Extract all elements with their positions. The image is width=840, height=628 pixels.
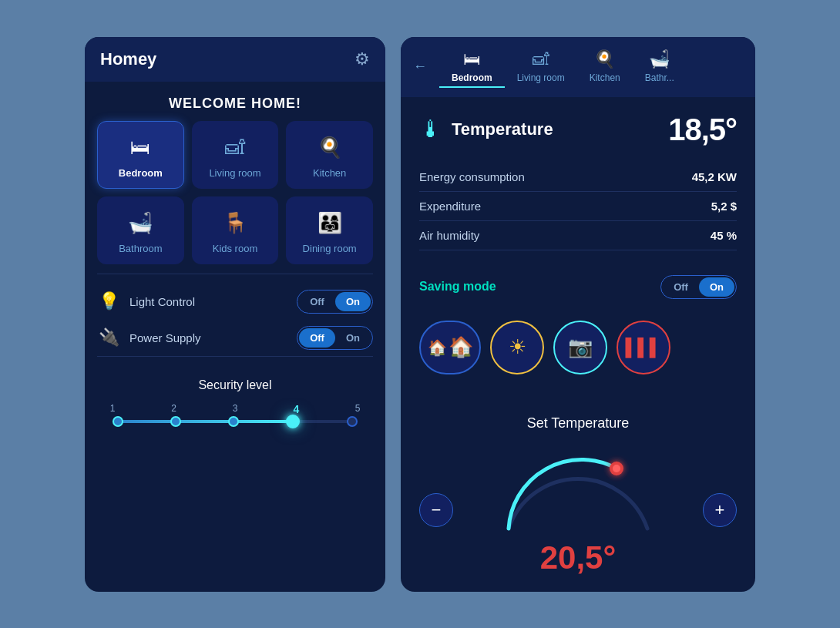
device-icons-row: 🏠 🏠 ☀ 📷 ▌▌▌ — [419, 321, 737, 374]
temp-arc-area: 20,5° — [493, 444, 663, 576]
security-slider[interactable]: 1 2 3 4 5 — [97, 403, 373, 423]
room-card-bathroom[interactable]: 🛁 Bathroom — [97, 196, 184, 264]
light-device-button[interactable]: ☀ — [490, 321, 544, 374]
thermometer-icon: 🌡 — [419, 116, 442, 143]
divider-security — [97, 356, 373, 357]
light-bulb-icon: 💡 — [97, 291, 120, 311]
light-toggle[interactable]: Off On — [297, 290, 373, 314]
stat-energy: Energy consumption 45,2 KW — [419, 163, 737, 192]
level-5-label: 5 — [350, 403, 365, 415]
power-off-option[interactable]: Off — [299, 328, 335, 348]
welcome-section: WELCOME HOME! — [85, 82, 385, 121]
camera-icon: 📷 — [568, 335, 593, 359]
tab-kitchen-icon: 🍳 — [594, 49, 615, 69]
heater-icon: ▌▌▌ — [626, 338, 662, 358]
room-grid: 🛏 Bedroom 🛋 Living room 🍳 Kitchen 🛁 Bath… — [85, 121, 385, 274]
temp-control-row: − — [419, 444, 737, 576]
dot-4 — [286, 415, 300, 428]
level-3-label: 3 — [227, 403, 243, 415]
slider-track — [113, 420, 358, 423]
temp-label-group: 🌡 Temperature — [419, 116, 553, 143]
kitchen-icon: 🍳 — [318, 136, 342, 160]
stat-humidity: Air humidity 45 % — [419, 221, 737, 250]
temp-current-value: 18,5° — [668, 113, 737, 147]
bathroom-icon: 🛁 — [128, 211, 153, 235]
dot-1 — [113, 416, 123, 427]
right-panel: ← 🛏 Bedroom 🛋 Living room 🍳 Kitchen 🛁 Ba… — [401, 37, 755, 592]
tab-bedroom-label: Bedroom — [452, 72, 492, 83]
light-off-option[interactable]: Off — [299, 292, 335, 311]
tab-kitchen[interactable]: 🍳 Kitchen — [577, 46, 633, 88]
power-on-option[interactable]: On — [335, 328, 371, 348]
room-card-kitchen[interactable]: 🍳 Kitchen — [286, 121, 373, 189]
room-card-dining[interactable]: 👨‍👩‍👧 Dining room — [286, 196, 373, 264]
home-outline-icon: 🏠 — [428, 338, 447, 357]
light-control-row: 💡 Light Control Off On — [97, 284, 373, 320]
right-header: ← 🛏 Bedroom 🛋 Living room 🍳 Kitchen 🛁 Ba… — [401, 37, 755, 97]
tab-kitchen-label: Kitchen — [590, 72, 620, 83]
power-control-label: Power Supply — [129, 331, 287, 344]
light-control-label: Light Control — [129, 295, 287, 308]
divider-controls — [97, 274, 373, 274]
home-filled-icon: 🏠 — [449, 335, 473, 359]
energy-value: 45,2 KW — [692, 170, 737, 183]
room-card-kids[interactable]: 🪑 Kids room — [192, 196, 279, 264]
expenditure-value: 5,2 $ — [711, 200, 737, 213]
home-double-button[interactable]: 🏠 🏠 — [419, 321, 481, 374]
saving-mode-label: Saving mode — [419, 280, 496, 294]
power-icon: 🔌 — [97, 327, 120, 348]
tab-bedroom[interactable]: 🛏 Bedroom — [439, 46, 505, 88]
kids-label: Kids room — [213, 243, 258, 254]
temp-increase-button[interactable]: + — [703, 493, 737, 527]
saving-on-option[interactable]: On — [699, 277, 734, 297]
bedroom-icon: 🛏 — [130, 136, 150, 160]
power-toggle[interactable]: Off On — [297, 326, 373, 350]
set-temp-section: Set Temperature − — [419, 415, 737, 576]
kids-icon: 🪑 — [223, 211, 247, 235]
slider-labels: 1 2 3 4 5 — [105, 403, 365, 415]
stat-expenditure: Expenditure 5,2 $ — [419, 192, 737, 221]
level-1-label: 1 — [105, 403, 120, 415]
heater-device-button[interactable]: ▌▌▌ — [617, 321, 670, 374]
saving-mode-toggle[interactable]: Off On — [660, 275, 737, 299]
gear-icon[interactable]: ⚙ — [354, 49, 370, 69]
welcome-text: WELCOME HOME! — [169, 96, 301, 111]
dining-label: Dining room — [303, 243, 357, 254]
humidity-label: Air humidity — [419, 229, 479, 242]
temp-title: Temperature — [452, 119, 553, 139]
expenditure-label: Expenditure — [419, 200, 481, 213]
tab-living-icon: 🛋 — [533, 49, 549, 69]
right-content: 🌡 Temperature 18,5° Energy consumption 4… — [401, 97, 755, 592]
temp-decrease-button[interactable]: − — [419, 493, 453, 527]
room-card-living[interactable]: 🛋 Living room — [192, 121, 279, 189]
security-section: Security level 1 2 3 4 5 — [85, 366, 385, 423]
tab-living-label: Living room — [517, 72, 565, 83]
room-card-bedroom[interactable]: 🛏 Bedroom — [97, 121, 184, 189]
back-arrow-icon[interactable]: ← — [413, 59, 427, 75]
controls-section: 💡 Light Control Off On 🔌 Power Supply Of… — [85, 284, 385, 356]
kitchen-label: Kitchen — [313, 167, 346, 179]
dot-5 — [347, 416, 358, 427]
camera-device-button[interactable]: 📷 — [553, 321, 607, 374]
tab-bathroom[interactable]: 🛁 Bathr... — [633, 46, 687, 88]
level-4-label: 4 — [289, 403, 304, 415]
tab-bedroom-icon: 🛏 — [463, 49, 480, 69]
saving-off-option[interactable]: Off — [663, 277, 699, 297]
tab-living[interactable]: 🛋 Living room — [505, 46, 577, 88]
sun-icon: ☀ — [509, 335, 526, 359]
power-control-row: 🔌 Power Supply Off On — [97, 320, 373, 356]
dot-2 — [170, 416, 181, 427]
app-title: Homey — [100, 49, 156, 69]
temp-arc-svg — [493, 444, 663, 536]
tab-bathroom-label: Bathr... — [645, 72, 674, 83]
left-header: Homey ⚙ — [85, 37, 385, 82]
energy-label: Energy consumption — [419, 170, 525, 183]
bedroom-label: Bedroom — [119, 167, 163, 179]
room-tabs: 🛏 Bedroom 🛋 Living room 🍳 Kitchen 🛁 Bath… — [439, 46, 743, 88]
dot-3 — [228, 416, 239, 427]
living-icon: 🛋 — [225, 136, 245, 160]
light-on-option[interactable]: On — [335, 292, 371, 311]
dining-icon: 👨‍👩‍👧 — [318, 211, 342, 235]
saving-mode-row: Saving mode Off On — [419, 266, 737, 308]
humidity-value: 45 % — [711, 229, 737, 242]
